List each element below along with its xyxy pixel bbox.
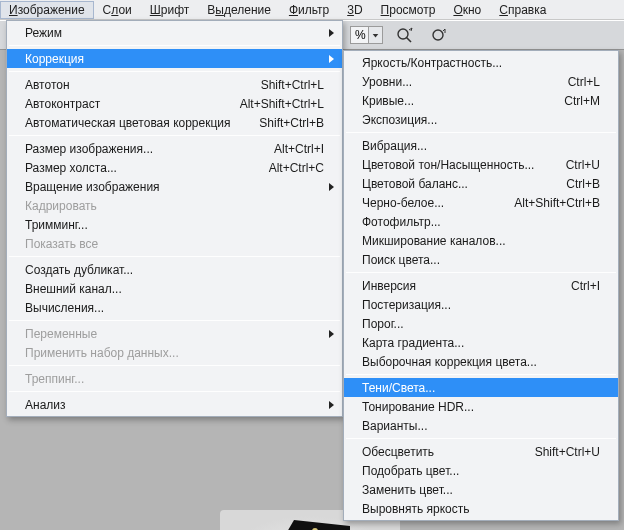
zoom-label: %	[355, 28, 366, 42]
menu-item-label: Фотофильтр...	[362, 215, 600, 229]
zoom-field[interactable]: %	[350, 26, 369, 44]
menu-item-label: Автоматическая цветовая коррекция	[25, 116, 259, 130]
submenu-adjustments: Яркость/Контрастность...Уровни...Ctrl+LК…	[343, 50, 619, 521]
svg-point-3	[433, 30, 443, 40]
menu-item[interactable]: Размер холста...Alt+Ctrl+C	[7, 158, 342, 177]
menu-item[interactable]: Заменить цвет...	[344, 480, 618, 499]
menu-item[interactable]: Тримминг...	[7, 215, 342, 234]
menu-item[interactable]: Постеризация...	[344, 295, 618, 314]
menu-item[interactable]: Размер изображения...Alt+Ctrl+I	[7, 139, 342, 158]
menubar-item[interactable]: Просмотр	[372, 1, 445, 19]
menubar-item[interactable]: Выделение	[198, 1, 280, 19]
menu-item[interactable]: Автоматическая цветовая коррекцияShift+C…	[7, 113, 342, 132]
menu-item-label: Применить набор данных...	[25, 346, 324, 360]
menu-item[interactable]: ИнверсияCtrl+I	[344, 276, 618, 295]
menu-item[interactable]: Коррекция	[7, 49, 342, 68]
menu-item-label: Цветовой тон/Насыщенность...	[362, 158, 566, 172]
menu-item-shortcut: Alt+Shift+Ctrl+L	[240, 97, 324, 111]
menu-item[interactable]: Выровнять яркость	[344, 499, 618, 518]
menu-item-label: Вычисления...	[25, 301, 324, 315]
menu-item[interactable]: Цветовой баланс...Ctrl+B	[344, 174, 618, 193]
zoom-dropdown[interactable]	[369, 26, 383, 44]
menu-item[interactable]: Уровни...Ctrl+L	[344, 72, 618, 91]
submenu-arrow-icon	[329, 183, 334, 191]
menu-item[interactable]: Вычисления...	[7, 298, 342, 317]
menubar-item[interactable]: Справка	[490, 1, 555, 19]
menubar-item[interactable]: Окно	[444, 1, 490, 19]
menu-item-label: Варианты...	[362, 419, 600, 433]
menu-item[interactable]: АвтоконтрастAlt+Shift+Ctrl+L	[7, 94, 342, 113]
menu-item-label: Автотон	[25, 78, 261, 92]
menu-item-label: Экспозиция...	[362, 113, 600, 127]
menu-item-label: Заменить цвет...	[362, 483, 600, 497]
menu-item-label: Черно-белое...	[362, 196, 514, 210]
menu-item[interactable]: Порог...	[344, 314, 618, 333]
menu-item-label: Размер холста...	[25, 161, 269, 175]
menubar-item[interactable]: Изображение	[0, 1, 94, 19]
menu-item-shortcut: Shift+Ctrl+L	[261, 78, 324, 92]
menu-item[interactable]: Выборочная коррекция цвета...	[344, 352, 618, 371]
menu-item-shortcut: Shift+Ctrl+U	[535, 445, 600, 459]
menu-separator	[9, 135, 340, 136]
menu-item-label: Подобрать цвет...	[362, 464, 600, 478]
menu-item[interactable]: Внешний канал...	[7, 279, 342, 298]
menu-item[interactable]: Вибрация...	[344, 136, 618, 155]
menu-item-label: Выровнять яркость	[362, 502, 600, 516]
menu-item-label: Выборочная коррекция цвета...	[362, 355, 600, 369]
menu-item[interactable]: Создать дубликат...	[7, 260, 342, 279]
menu-item-shortcut: Ctrl+M	[564, 94, 600, 108]
menu-item-shortcut: Alt+Shift+Ctrl+B	[514, 196, 600, 210]
menu-item-label: Микширование каналов...	[362, 234, 600, 248]
menu-item-label: Тонирование HDR...	[362, 400, 600, 414]
menu-item[interactable]: Кривые...Ctrl+M	[344, 91, 618, 110]
menu-item-label: Уровни...	[362, 75, 568, 89]
menu-item[interactable]: Варианты...	[344, 416, 618, 435]
menu-item[interactable]: Тени/Света...	[344, 378, 618, 397]
menu-item[interactable]: Вращение изображения	[7, 177, 342, 196]
menu-item[interactable]: Яркость/Контрастность...	[344, 53, 618, 72]
menu-item-label: Яркость/Контрастность...	[362, 56, 600, 70]
menu-separator	[9, 365, 340, 366]
menu-item[interactable]: Карта градиента...	[344, 333, 618, 352]
menu-item[interactable]: Тонирование HDR...	[344, 397, 618, 416]
menu-item-label: Инверсия	[362, 279, 571, 293]
menu-separator	[346, 132, 616, 133]
menu-item-shortcut: Alt+Ctrl+C	[269, 161, 324, 175]
menu-item: Показать все	[7, 234, 342, 253]
menu-item[interactable]: Черно-белое...Alt+Shift+Ctrl+B	[344, 193, 618, 212]
menubar-item[interactable]: Шрифт	[141, 1, 198, 19]
menu-item-label: Автоконтраст	[25, 97, 240, 111]
menu-item[interactable]: Поиск цвета...	[344, 250, 618, 269]
submenu-arrow-icon	[329, 330, 334, 338]
menu-item[interactable]: Экспозиция...	[344, 110, 618, 129]
menu-item[interactable]: АвтотонShift+Ctrl+L	[7, 75, 342, 94]
menu-item[interactable]: Микширование каналов...	[344, 231, 618, 250]
menubar: ИзображениеСлоиШрифтВыделениеФильтр3DПро…	[0, 0, 624, 20]
scrubby-zoom-icon[interactable]	[393, 24, 417, 46]
menu-item-label: Постеризация...	[362, 298, 600, 312]
menu-item[interactable]: Анализ	[7, 395, 342, 414]
menu-item[interactable]: Режим	[7, 23, 342, 42]
menubar-item[interactable]: 3D	[338, 1, 371, 19]
menu-item-label: Цветовой баланс...	[362, 177, 566, 191]
menu-item-label: Вращение изображения	[25, 180, 324, 194]
menu-item-label: Кадрировать	[25, 199, 324, 213]
menu-item-label: Тени/Света...	[362, 381, 600, 395]
menu-separator	[9, 71, 340, 72]
menu-item[interactable]: Фотофильтр...	[344, 212, 618, 231]
menu-item-label: Режим	[25, 26, 324, 40]
menu-item-label: Порог...	[362, 317, 600, 331]
svg-marker-0	[372, 34, 378, 38]
menubar-item[interactable]: Фильтр	[280, 1, 338, 19]
menu-image: РежимКоррекцияАвтотонShift+Ctrl+LАвтокон…	[6, 20, 343, 417]
menu-item-label: Треппинг...	[25, 372, 324, 386]
rotate-view-icon[interactable]	[427, 24, 451, 46]
menu-item[interactable]: Цветовой тон/Насыщенность...Ctrl+U	[344, 155, 618, 174]
menu-item-label: Показать все	[25, 237, 324, 251]
submenu-arrow-icon	[329, 29, 334, 37]
menu-item[interactable]: ОбесцветитьShift+Ctrl+U	[344, 442, 618, 461]
menu-item-label: Размер изображения...	[25, 142, 274, 156]
menubar-item[interactable]: Слои	[94, 1, 141, 19]
menu-separator	[346, 272, 616, 273]
menu-item[interactable]: Подобрать цвет...	[344, 461, 618, 480]
